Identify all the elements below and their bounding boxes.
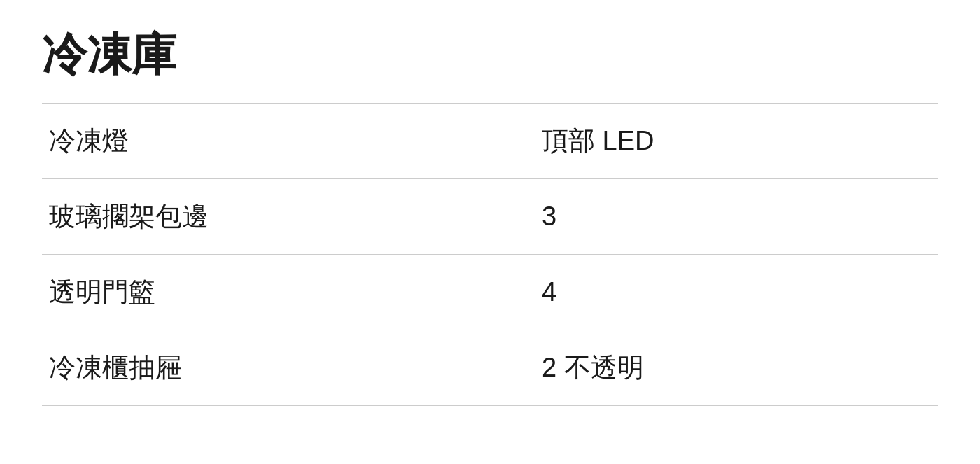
page-title: 冷凍庫 [42,28,938,82]
table-row: 玻璃擱架包邊3 [42,178,938,254]
main-container: 冷凍庫 冷凍燈頂部 LED玻璃擱架包邊3透明門籃4冷凍櫃抽屜2 不透明 [42,28,938,406]
spec-label: 透明門籃 [42,254,535,330]
spec-value: 頂部 LED [535,103,938,178]
spec-label: 冷凍燈 [42,103,535,178]
spec-value: 4 [535,254,938,330]
table-row: 冷凍燈頂部 LED [42,103,938,178]
spec-table: 冷凍燈頂部 LED玻璃擱架包邊3透明門籃4冷凍櫃抽屜2 不透明 [42,103,938,406]
spec-value: 2 不透明 [535,330,938,405]
spec-label: 玻璃擱架包邊 [42,178,535,254]
table-row: 透明門籃4 [42,254,938,330]
spec-label: 冷凍櫃抽屜 [42,330,535,405]
table-row: 冷凍櫃抽屜2 不透明 [42,330,938,405]
spec-value: 3 [535,178,938,254]
